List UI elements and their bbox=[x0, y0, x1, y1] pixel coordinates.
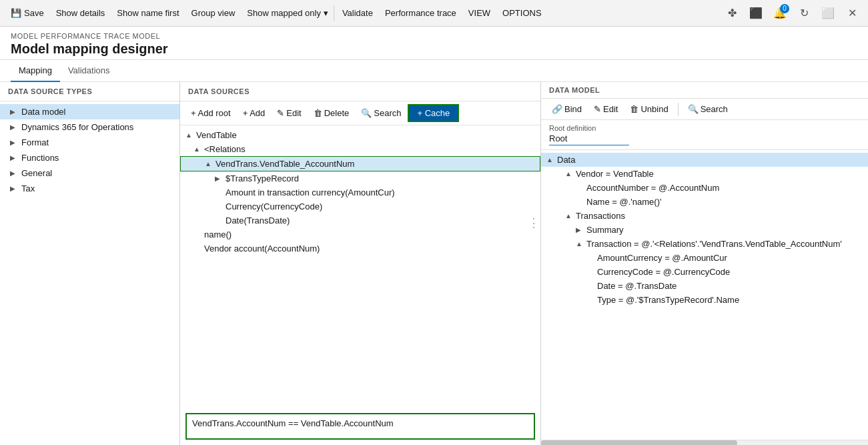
search-icon: 🔍 bbox=[688, 104, 699, 114]
collapse-icon: ▲ bbox=[565, 170, 573, 177]
page-header: MODEL PERFORMANCE TRACE MODEL Model mapp… bbox=[0, 27, 868, 60]
delete-icon: 🗑 bbox=[314, 108, 322, 118]
formula-box[interactable]: VendTrans.AccountNum == VendTable.Accoun… bbox=[185, 413, 535, 440]
show-mapped-only-button[interactable]: Show mapped only ▾ bbox=[242, 5, 331, 21]
toolbar-right: ✤ ⬛ 🔔 0 ↻ ⬜ ✕ bbox=[721, 3, 863, 24]
right-panel: DATA MODEL 🔗 Bind ✎ Edit 🗑 Unbind 🔍 Se bbox=[541, 82, 868, 445]
dm-item-dm-date[interactable]: Date = @.TransDate bbox=[541, 279, 868, 293]
datasource-type-functions[interactable]: ▶ Functions bbox=[0, 150, 179, 165]
dm-item-vendor[interactable]: ▲ Vendor = VendTable bbox=[541, 167, 868, 181]
dm-item-account-number[interactable]: AccountNumber = @.AccountNum bbox=[541, 181, 868, 195]
edit-icon: ✎ bbox=[594, 104, 601, 114]
expand-icon: ▶ bbox=[576, 226, 584, 234]
datamodel-header: DATA MODEL bbox=[541, 82, 868, 99]
arrow-icon: ▶ bbox=[8, 123, 17, 131]
notification-badge: 0 bbox=[780, 4, 789, 13]
performance-trace-button[interactable]: Performance trace bbox=[380, 5, 462, 21]
arrow-icon: ▶ bbox=[8, 108, 17, 115]
tab-validations[interactable]: Validations bbox=[60, 60, 118, 82]
search-button[interactable]: 🔍 Search bbox=[356, 105, 406, 121]
dm-item-summary[interactable]: ▶ Summary bbox=[541, 223, 868, 237]
arrow-icon: ▶ bbox=[8, 139, 17, 146]
ds-item-vendtable[interactable]: ▲ VendTable bbox=[180, 128, 540, 142]
datasource-type-dynamics[interactable]: ▶ Dynamics 365 for Operations bbox=[0, 119, 179, 135]
group-view-button[interactable]: Group view bbox=[186, 5, 241, 21]
collapse-icon: ▲ bbox=[565, 212, 573, 219]
view-button[interactable]: VIEW bbox=[463, 5, 496, 21]
model-label: MODEL PERFORMANCE TRACE MODEL bbox=[11, 32, 857, 40]
ds-item-name[interactable]: name() bbox=[180, 228, 540, 242]
show-details-button[interactable]: Show details bbox=[51, 5, 111, 21]
datasource-toolbar: + Add root + Add ✎ Edit 🗑 Delete 🔍 Searc… bbox=[180, 101, 540, 125]
toolbar-separator-1 bbox=[334, 5, 334, 21]
arrow-icon: ▶ bbox=[8, 185, 17, 192]
dm-item-transaction[interactable]: ▲ Transaction = @.'<Relations'.'VendTran… bbox=[541, 237, 868, 251]
edit-icon: ✎ bbox=[277, 108, 284, 118]
save-button[interactable]: 💾 Save bbox=[5, 5, 49, 21]
datasource-type-general[interactable]: ▶ General bbox=[0, 165, 179, 181]
tab-bar: Mapping Validations bbox=[0, 60, 868, 82]
office-icon[interactable]: ⬛ bbox=[745, 3, 767, 24]
datasource-type-tax[interactable]: ▶ Tax bbox=[0, 181, 179, 196]
datasource-types-header: DATA SOURCE TYPES bbox=[0, 82, 179, 101]
ds-item-relations[interactable]: ▲ <Relations bbox=[180, 142, 540, 156]
validate-button[interactable]: Validate bbox=[337, 5, 378, 21]
dropdown-arrow-icon: ▾ bbox=[324, 8, 328, 18]
options-button[interactable]: OPTIONS bbox=[497, 5, 547, 21]
extension-icon[interactable]: ✤ bbox=[721, 3, 743, 24]
page-title: Model mapping designer bbox=[11, 41, 857, 57]
dm-scrollbar[interactable] bbox=[541, 440, 868, 445]
dm-item-currency-code[interactable]: CurrencyCode = @.CurrencyCode bbox=[541, 265, 868, 279]
ds-item-vendtrans-accountnum[interactable]: ▲ VendTrans.VendTable_AccountNum bbox=[180, 156, 540, 171]
dm-item-name[interactable]: Name = @.'name()' bbox=[541, 195, 868, 209]
datasource-types-tree: ▶ Data model ▶ Dynamics 365 for Operatio… bbox=[0, 101, 179, 445]
arrow-icon: ▶ bbox=[8, 169, 17, 177]
restore-icon[interactable]: ⬜ bbox=[817, 3, 839, 24]
left-panel: DATA SOURCE TYPES ▶ Data model ▶ Dynamic… bbox=[0, 82, 180, 445]
collapse-icon: ▲ bbox=[185, 131, 193, 139]
ds-item-amount[interactable]: Amount in transaction currency(AmountCur… bbox=[180, 185, 540, 199]
datamodel-toolbar: 🔗 Bind ✎ Edit 🗑 Unbind 🔍 Search bbox=[541, 99, 868, 120]
collapse-icon: ▲ bbox=[576, 240, 584, 248]
delete-button[interactable]: 🗑 Delete bbox=[308, 105, 355, 121]
datasource-type-format[interactable]: ▶ Format bbox=[0, 135, 179, 150]
cache-button[interactable]: + Cache bbox=[408, 104, 459, 122]
datasources-header: DATA SOURCES bbox=[180, 82, 540, 101]
rp-separator bbox=[678, 103, 679, 116]
arrow-icon: ▶ bbox=[8, 154, 17, 161]
dm-item-type[interactable]: Type = @.'$TransTypeRecord'.Name bbox=[541, 293, 868, 307]
unbind-icon: 🗑 bbox=[630, 104, 638, 114]
dm-item-amount-currency[interactable]: AmountCurrency = @.AmountCur bbox=[541, 251, 868, 265]
edit-button[interactable]: ✎ Edit bbox=[272, 105, 306, 121]
dm-item-data[interactable]: ▲ Data bbox=[541, 153, 868, 167]
bind-button[interactable]: 🔗 Bind bbox=[546, 101, 587, 117]
root-def-value: Root bbox=[549, 132, 629, 145]
main-content: MODEL PERFORMANCE TRACE MODEL Model mapp… bbox=[0, 27, 868, 445]
datasource-tree: ▲ VendTable ▲ <Relations ▲ VendTrans.Ven… bbox=[180, 125, 540, 410]
collapse-icon: ▲ bbox=[205, 160, 213, 167]
collapse-icon: ▲ bbox=[546, 156, 554, 163]
dm-search-button[interactable]: 🔍 Search bbox=[683, 101, 733, 117]
datasource-type-data-model[interactable]: ▶ Data model bbox=[0, 104, 179, 119]
datamodel-tree: ▲ Data ▲ Vendor = VendTable AccountNumbe… bbox=[541, 150, 868, 440]
middle-panel: DATA SOURCES + Add root + Add ✎ Edit 🗑 D… bbox=[180, 82, 541, 445]
dm-scrollbar-thumb bbox=[541, 440, 737, 445]
root-definition: Root definition Root bbox=[541, 120, 868, 150]
formula-container: VendTrans.AccountNum == VendTable.Accoun… bbox=[180, 410, 540, 445]
add-root-button[interactable]: + Add root bbox=[185, 105, 236, 121]
dm-edit-button[interactable]: ✎ Edit bbox=[588, 101, 623, 117]
content-area: DATA SOURCE TYPES ▶ Data model ▶ Dynamic… bbox=[0, 82, 868, 445]
add-button[interactable]: + Add bbox=[238, 105, 271, 121]
unbind-button[interactable]: 🗑 Unbind bbox=[624, 101, 673, 117]
save-icon: 💾 bbox=[11, 8, 21, 18]
ds-item-date[interactable]: Date(TransDate) bbox=[180, 213, 540, 228]
ds-item-trans-type-record[interactable]: ▶ $TransTypeRecord bbox=[180, 171, 540, 185]
refresh-icon[interactable]: ↻ bbox=[793, 3, 815, 24]
show-name-first-button[interactable]: Show name first bbox=[111, 5, 184, 21]
tab-mapping[interactable]: Mapping bbox=[11, 60, 60, 82]
resize-handle[interactable]: ⋮ bbox=[525, 213, 541, 233]
ds-item-vendor-account[interactable]: Vendor account(AccountNum) bbox=[180, 242, 540, 256]
ds-item-currency[interactable]: Currency(CurrencyCode) bbox=[180, 199, 540, 213]
close-icon[interactable]: ✕ bbox=[841, 3, 863, 24]
dm-item-transactions[interactable]: ▲ Transactions bbox=[541, 209, 868, 223]
